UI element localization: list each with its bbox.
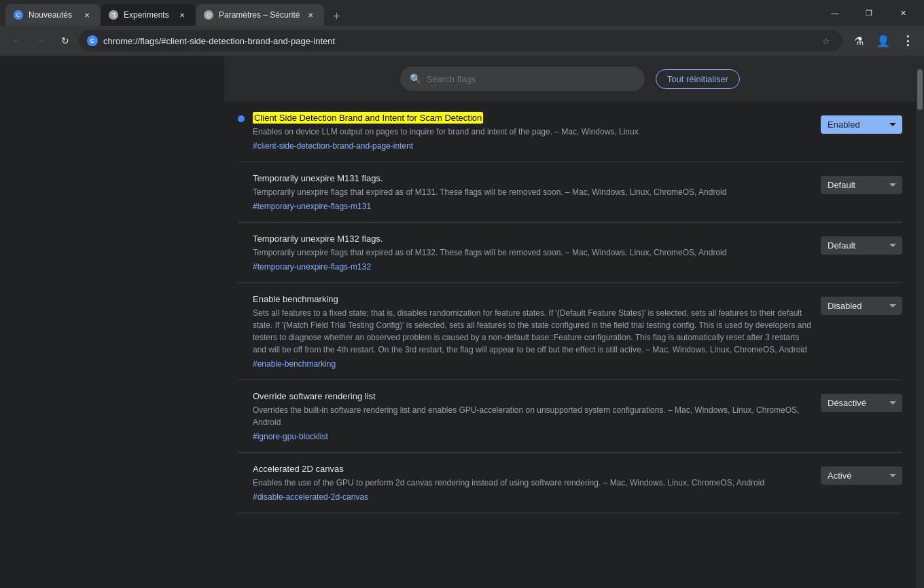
window-controls: — ❐ ✕ (819, 3, 919, 23)
refresh-button[interactable]: ↻ (54, 30, 76, 52)
left-gutter (0, 56, 224, 588)
flag-item-accelerated-canvas: Accelerated 2D canvas Enables the use of… (238, 453, 902, 513)
flag-link-unexpire-m132[interactable]: #temporary-unexpire-flags-m132 (253, 262, 371, 272)
experiment-tab-icon: ⚗ (109, 10, 118, 20)
toolbar-actions: ⚗ 👤 ⋮ (848, 30, 919, 52)
flag-control-client-side-detection: Enabled Default Disabled (821, 115, 902, 134)
scrollbar-track[interactable] (916, 56, 924, 588)
flag-content-unexpire-m131: Temporarily unexpire M131 flags. Tempora… (253, 173, 813, 211)
tab-label-experiments: Experiments (124, 10, 169, 20)
flag-description-benchmarking: Sets all features to a fixed state; that… (253, 307, 813, 356)
flag-title-override-rendering: Override software rendering list (253, 391, 813, 401)
flag-list: Client Side Detection Brand and Intent f… (224, 102, 916, 513)
flag-description-unexpire-m132: Temporarily unexpire flags that expired … (253, 246, 813, 259)
address-actions: ☆ (818, 33, 834, 49)
flag-link-override-rendering[interactable]: #ignore-gpu-blocklist (253, 432, 328, 441)
flag-title-accelerated-canvas: Accelerated 2D canvas (253, 464, 813, 474)
gear-tab-icon: ⚙ (204, 10, 213, 20)
flag-item-benchmarking: Enable benchmarking Sets all features to… (238, 283, 902, 380)
tab-label-parametres: Paramètres – Sécurité (219, 10, 300, 20)
tab-close-experiments[interactable]: ✕ (177, 10, 188, 20)
tab-experiments[interactable]: ⚗ Experiments ✕ (101, 4, 196, 26)
flag-control-unexpire-m131: Default Enabled Disabled (821, 176, 902, 194)
flag-title-unexpire-m131: Temporarily unexpire M131 flags. (253, 173, 813, 183)
search-input[interactable] (427, 74, 635, 84)
main-layout: 🔍 Tout réinitialiser Client Side Detecti… (0, 56, 924, 588)
chrome-labs-icon[interactable]: ⚗ (848, 30, 870, 52)
back-button[interactable]: ← (5, 30, 27, 52)
flag-description-override-rendering: Overrides the built-in software renderin… (253, 404, 813, 428)
flag-control-unexpire-m132: Default Enabled Disabled (821, 236, 902, 255)
flag-description-accelerated-canvas: Enables the use of the GPU to perform 2d… (253, 477, 813, 489)
search-box[interactable]: 🔍 (400, 67, 645, 91)
flag-item-unexpire-m131: Temporarily unexpire M131 flags. Tempora… (238, 162, 902, 223)
search-area: 🔍 Tout réinitialiser (224, 56, 916, 102)
flag-select-benchmarking[interactable]: Disabled Default Enabled (821, 297, 902, 315)
flag-title-unexpire-m132: Temporarily unexpire M132 flags. (253, 234, 813, 244)
tab-close-nouveautes[interactable]: ✕ (82, 10, 92, 20)
flag-title-client-side-detection: Client Side Detection Brand and Intent f… (253, 113, 813, 123)
flag-control-override-rendering: Désactivé Default Activé (821, 394, 902, 412)
search-icon: 🔍 (410, 73, 421, 84)
flag-link-benchmarking[interactable]: #enable-benchmarking (253, 359, 336, 369)
scrollbar-thumb[interactable] (917, 69, 923, 110)
title-bar: C Nouveautés ✕ ⚗ Experiments ✕ ⚙ Paramèt… (0, 0, 924, 26)
flag-link-accelerated-canvas[interactable]: #disable-accelerated-2d-canvas (253, 492, 368, 502)
address-text: chrome://flags/#client-side-detection-br… (103, 36, 813, 46)
flag-select-override-rendering[interactable]: Désactivé Default Activé (821, 394, 902, 412)
tab-strip: C Nouveautés ✕ ⚗ Experiments ✕ ⚙ Paramèt… (5, 0, 814, 26)
chrome-tab-icon: C (14, 10, 23, 20)
tab-close-parametres[interactable]: ✕ (305, 10, 316, 20)
flag-content-unexpire-m132: Temporarily unexpire M132 flags. Tempora… (253, 234, 813, 272)
tab-label-nouveautes: Nouveautés (29, 10, 72, 20)
flag-content-client-side-detection: Client Side Detection Brand and Intent f… (253, 113, 813, 151)
flag-item-unexpire-m132: Temporarily unexpire M132 flags. Tempora… (238, 223, 902, 283)
address-bar[interactable]: C chrome://flags/#client-side-detection-… (79, 30, 842, 52)
flag-select-client-side-detection[interactable]: Enabled Default Disabled (821, 115, 902, 134)
profile-icon[interactable]: 👤 (872, 30, 894, 52)
bookmark-icon[interactable]: ☆ (818, 33, 834, 49)
navigation-bar: ← → ↻ C chrome://flags/#client-side-dete… (0, 26, 924, 56)
flag-select-accelerated-canvas[interactable]: Activé Default Désactivé (821, 466, 902, 485)
flag-control-benchmarking: Disabled Default Enabled (821, 297, 902, 315)
flag-description-unexpire-m131: Temporarily unexpire flags that expired … (253, 186, 813, 198)
menu-icon[interactable]: ⋮ (897, 30, 919, 52)
flag-content-accelerated-canvas: Accelerated 2D canvas Enables the use of… (253, 464, 813, 502)
tab-nouveautes[interactable]: C Nouveautés ✕ (5, 4, 101, 26)
flag-select-unexpire-m132[interactable]: Default Enabled Disabled (821, 236, 902, 255)
flag-link-unexpire-m131[interactable]: #temporary-unexpire-flags-m131 (253, 202, 371, 211)
address-favicon: C (87, 35, 98, 46)
close-button[interactable]: ✕ (887, 3, 919, 23)
minimize-button[interactable]: — (819, 3, 851, 23)
flag-title-benchmarking: Enable benchmarking (253, 294, 813, 304)
flag-item-client-side-detection: Client Side Detection Brand and Intent f… (238, 102, 902, 162)
flag-description-client-side-detection: Enables on device LLM output on pages to… (253, 126, 813, 138)
flag-content-benchmarking: Enable benchmarking Sets all features to… (253, 294, 813, 369)
flag-link-client-side-detection[interactable]: #client-side-detection-brand-and-page-in… (253, 141, 413, 151)
content-area: 🔍 Tout réinitialiser Client Side Detecti… (224, 56, 916, 588)
forward-button[interactable]: → (30, 30, 52, 52)
maximize-button[interactable]: ❐ (853, 3, 885, 23)
flag-select-unexpire-m131[interactable]: Default Enabled Disabled (821, 176, 902, 194)
reset-all-button[interactable]: Tout réinitialiser (656, 69, 740, 89)
flag-title-text-client-side-detection: Client Side Detection Brand and Intent f… (253, 112, 483, 124)
flag-content-override-rendering: Override software rendering list Overrid… (253, 391, 813, 441)
new-tab-button[interactable]: + (327, 7, 346, 26)
flag-item-override-rendering: Override software rendering list Overrid… (238, 380, 902, 453)
flag-dot-client-side-detection (238, 115, 245, 122)
flag-control-accelerated-canvas: Activé Default Désactivé (821, 466, 902, 485)
tab-parametres[interactable]: ⚙ Paramètres – Sécurité ✕ (196, 4, 324, 26)
